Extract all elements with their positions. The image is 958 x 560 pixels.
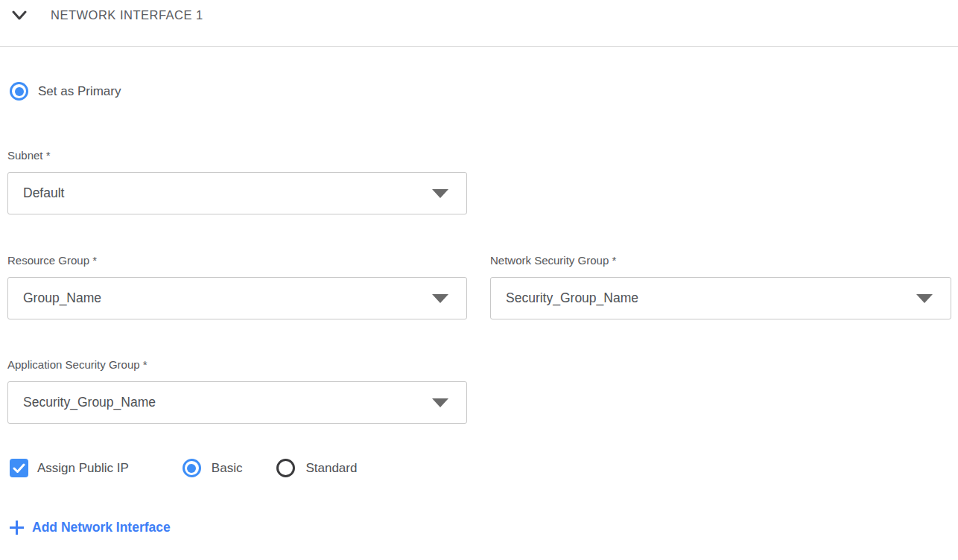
network-security-group-field: Network Security Group * Security_Group_… (490, 253, 951, 319)
network-security-group-value: Security_Group_Name (506, 290, 638, 306)
chevron-down-icon[interactable] (12, 10, 27, 22)
resource-group-field: Resource Group * Group_Name (7, 253, 467, 319)
set-as-primary-radio[interactable] (10, 82, 28, 101)
assign-public-ip-checkbox[interactable] (10, 459, 28, 477)
subnet-label: Subnet * (7, 148, 467, 162)
section-title[interactable]: NETWORK INTERFACE 1 (51, 8, 203, 22)
set-as-primary-option: Set as Primary (10, 82, 121, 101)
basic-radio[interactable] (183, 459, 201, 477)
standard-radio[interactable] (276, 459, 295, 477)
add-network-interface-label: Add Network Interface (32, 520, 171, 535)
network-security-group-select[interactable]: Security_Group_Name (490, 277, 951, 319)
public-ip-row: Assign Public IP Basic Standard (10, 459, 357, 477)
network-security-group-label: Network Security Group * (490, 253, 951, 267)
section-header: NETWORK INTERFACE 1 (0, 0, 958, 46)
application-security-group-select[interactable]: Security_Group_Name (7, 381, 467, 424)
resource-group-select[interactable]: Group_Name (7, 277, 467, 319)
caret-down-icon (432, 294, 448, 303)
assign-public-ip-label: Assign Public IP (37, 461, 129, 476)
subnet-select[interactable]: Default (7, 172, 467, 214)
header-divider (0, 46, 958, 47)
basic-label: Basic (212, 461, 243, 476)
application-security-group-field: Application Security Group * Security_Gr… (7, 357, 467, 424)
subnet-field: Subnet * Default (7, 148, 467, 214)
application-security-group-label: Application Security Group * (7, 357, 467, 372)
add-network-interface-link[interactable]: Add Network Interface (10, 520, 171, 535)
standard-label: Standard (305, 461, 357, 476)
caret-down-icon (432, 189, 448, 198)
subnet-value: Default (23, 185, 64, 201)
caret-down-icon (916, 294, 933, 303)
plus-icon (10, 521, 24, 535)
resource-group-value: Group_Name (23, 290, 101, 306)
resource-group-label: Resource Group * (7, 253, 467, 267)
set-as-primary-label: Set as Primary (38, 84, 121, 99)
network-interface-form: NETWORK INTERFACE 1 Set as Primary Subne… (0, 0, 958, 560)
application-security-group-value: Security_Group_Name (23, 395, 156, 410)
caret-down-icon (432, 398, 448, 407)
